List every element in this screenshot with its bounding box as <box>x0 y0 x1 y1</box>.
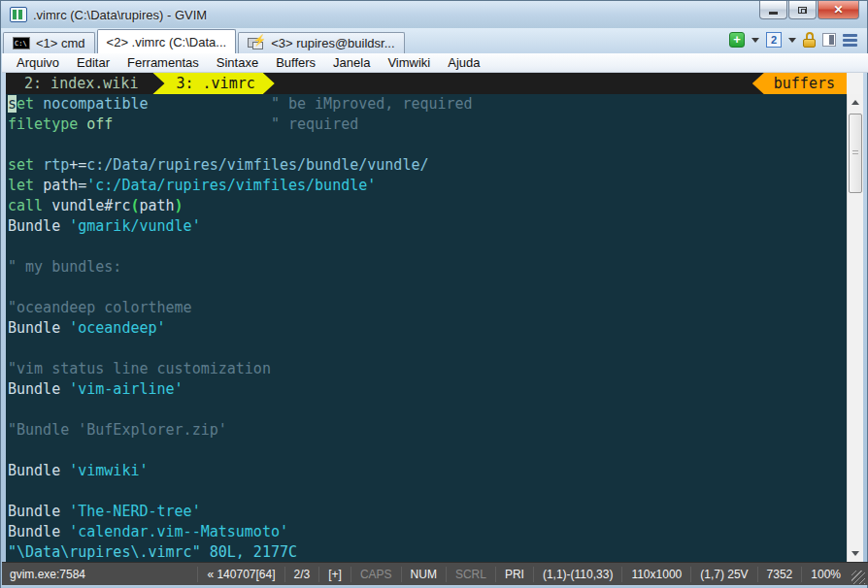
statusbar-cell[interactable]: PRI <box>495 567 533 582</box>
titlebar[interactable]: .vimrc (C:\Data\rupires) - GVIM ✕ <box>1 1 867 28</box>
code-line <box>8 400 847 420</box>
vim-tab-indexwiki[interactable]: 2: index.wiki <box>6 73 152 94</box>
remote-session-icon: ⚡ <box>248 37 265 50</box>
hamburger-menu-icon[interactable] <box>843 34 857 47</box>
code-line <box>8 237 847 257</box>
vertical-scrollbar[interactable] <box>847 94 863 562</box>
editor-lines[interactable]: set nocompatible " be iMproved, required… <box>6 94 847 562</box>
menu-item-arquivo[interactable]: Arquivo <box>8 55 68 70</box>
arrow-down-icon <box>851 551 859 556</box>
minimize-button[interactable] <box>759 1 787 19</box>
gvim-app-icon <box>10 7 27 22</box>
statusbar-cell[interactable]: 100% <box>801 567 850 582</box>
code-line: "\Data\rupires\.vimrc" 80L, 2177C <box>8 542 847 562</box>
code-line: Bundle 'calendar.vim--Matsumoto' <box>8 522 847 542</box>
vim-area: 2: index.wiki 3: .vimrc buffers set noco… <box>6 73 863 562</box>
buffers-badge[interactable]: buffers <box>752 73 847 94</box>
close-button[interactable]: ✕ <box>818 1 859 19</box>
console-tab-label: <2> .vimrc (C:\Data... <box>107 35 227 49</box>
menu-item-janela[interactable]: Janela <box>324 55 379 70</box>
console-tab-remote[interactable]: ⚡ <3> rupires@buildsr... <box>238 32 404 53</box>
code-line: call vundle#rc(path) <box>8 196 847 216</box>
console-tab-cmd[interactable]: C:\ <1> cmd <box>3 32 95 53</box>
new-console-button[interactable]: + <box>729 32 745 48</box>
minimize-icon <box>769 12 778 15</box>
close-icon: ✕ <box>833 4 843 16</box>
restore-button[interactable] <box>788 1 817 19</box>
tabline-side-gutter <box>847 73 863 94</box>
restore-icon <box>798 7 807 14</box>
code-line <box>8 278 847 298</box>
menu-item-buffers[interactable]: Buffers <box>267 55 324 70</box>
gvim-window: .vimrc (C:\Data\rupires) - GVIM ✕ C:\ <1… <box>0 0 868 588</box>
code-line: "Bundle 'BufExplorer.zip' <box>8 420 847 441</box>
code-line: filetype off " required <box>8 114 847 135</box>
statusbar-cell[interactable]: « 140707[64] <box>197 567 284 582</box>
code-line: Bundle 'vimwiki' <box>8 461 847 481</box>
console-toolbar: + 2 <box>729 32 857 48</box>
console-tab-vimrc[interactable]: <2> .vimrc (C:\Data... <box>97 29 237 53</box>
menu-item-sintaxe[interactable]: Sintaxe <box>208 55 267 70</box>
code-line: Bundle 'oceandeep' <box>8 318 847 339</box>
process-name: gvim.exe:7584 <box>2 568 93 581</box>
statusbar-cell[interactable]: (1,1)-(110,33) <box>533 567 621 582</box>
code-line: set nocompatible " be iMproved, required <box>8 94 847 114</box>
cmd-icon: C:\ <box>13 37 30 49</box>
console-tab-label: <1> cmd <box>36 36 85 50</box>
vim-tab-vimrc[interactable]: 3: .vimrc <box>152 73 274 94</box>
window-title: .vimrc (C:\Data\rupires) - GVIM <box>33 8 207 22</box>
code-line <box>8 481 847 502</box>
menu-item-ajuda[interactable]: Ajuda <box>439 55 488 70</box>
statusbar-cell[interactable]: 110x1000 <box>621 567 690 582</box>
code-line: Bundle 'vim-airline' <box>8 379 847 400</box>
code-line: "oceandeep colortheme <box>8 298 847 318</box>
menu-item-vimwiki[interactable]: Vimwiki <box>379 55 439 70</box>
arrow-up-icon <box>851 100 859 105</box>
statusbar-cell[interactable]: 2/3 <box>284 567 319 582</box>
scroll-up-button[interactable] <box>848 94 863 111</box>
statusbar-cells: « 140707[64]2/3[+]CAPSNUMSCRLPRI(1,1)-(1… <box>197 563 850 585</box>
code-line <box>8 339 847 359</box>
menu-item-ferramentas[interactable]: Ferramentas <box>118 55 208 70</box>
menubar: ArquivoEditarFerramentasSintaxeBuffersJa… <box>2 53 868 73</box>
resize-grip[interactable] <box>851 571 865 584</box>
console-tab-label: <3> rupires@buildsr... <box>271 36 394 50</box>
statusbar-cell[interactable]: (1,7) 25V <box>690 567 756 582</box>
lock-icon[interactable] <box>803 32 816 48</box>
window-controls: ✕ <box>758 1 859 19</box>
code-line <box>8 135 847 155</box>
sidebar-toggle-icon[interactable] <box>822 33 836 47</box>
vim-tabline-spacer <box>275 73 752 94</box>
scroll-down-button[interactable] <box>848 545 863 562</box>
statusbar-cell[interactable]: [+] <box>318 567 351 582</box>
statusbar-cell[interactable]: 7352 <box>757 567 802 582</box>
code-line: " my bundles: <box>8 257 847 278</box>
code-line: Bundle 'gmarik/vundle' <box>8 216 847 237</box>
scrollbar-thumb[interactable] <box>849 114 862 193</box>
statusbar-cell[interactable]: SCRL <box>446 567 495 582</box>
code-line: let path='c:/Data/rupires/vimfiles/bundl… <box>8 176 847 196</box>
console-list-dropdown-icon[interactable] <box>788 38 796 43</box>
vim-tabline: 2: index.wiki 3: .vimrc buffers <box>6 73 847 94</box>
code-line: Bundle 'The-NERD-tree' <box>8 502 847 522</box>
statusbar-cell[interactable]: CAPS <box>351 567 401 582</box>
active-console-number[interactable]: 2 <box>766 32 782 48</box>
code-line: "vim status line customization <box>8 359 847 379</box>
menu-item-editar[interactable]: Editar <box>68 55 118 70</box>
code-line: set rtp+=c:/Data/rupires/vimfiles/bundle… <box>8 155 847 176</box>
code-line <box>8 441 847 461</box>
statusbar: gvim.exe:7584 « 140707[64]2/3[+]CAPSNUMS… <box>2 562 868 585</box>
statusbar-cell[interactable]: NUM <box>401 567 446 582</box>
new-console-dropdown-icon[interactable] <box>751 38 759 43</box>
